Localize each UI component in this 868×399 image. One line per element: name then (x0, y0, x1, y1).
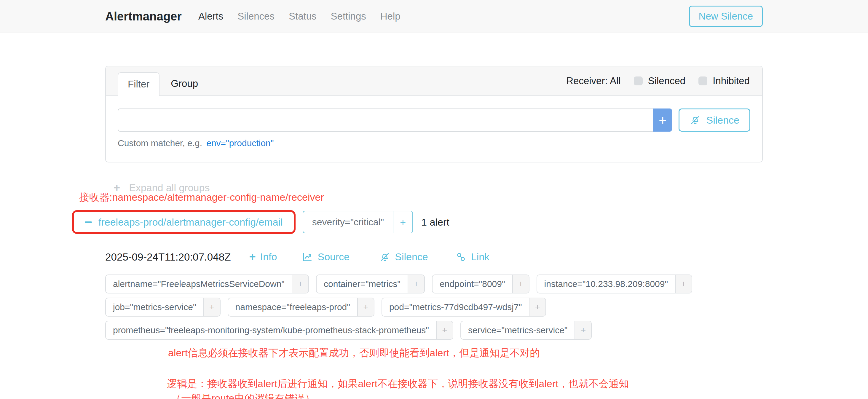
alert-label-text: job="metrics-service" (106, 298, 204, 316)
alert-header-row: 2025-09-24T11:20:07.048Z + Info Source S… (105, 250, 763, 263)
group-key-text: severity="critical" (303, 211, 393, 233)
label-add-filter-button[interactable]: + (512, 275, 529, 293)
label-add-filter-button[interactable]: + (575, 321, 591, 339)
matcher-input[interactable] (118, 109, 653, 132)
alert-label-chip: container="metrics" + (316, 275, 425, 294)
link-icon (455, 251, 467, 263)
label-add-filter-button[interactable]: + (529, 298, 546, 316)
alert-label-chip: alertname="FreeleapsMetricsServiceDown" … (105, 275, 309, 294)
label-add-filter-button[interactable]: + (408, 275, 424, 293)
alert-silence-link[interactable]: Silence (379, 251, 428, 263)
bell-slash-icon (689, 115, 701, 126)
silenced-checkbox-wrap[interactable]: Silenced (634, 75, 686, 87)
app-brand[interactable]: Alertmanager (105, 10, 182, 23)
silenced-checkbox[interactable] (634, 76, 643, 85)
silence-matchers-button[interactable]: Silence (679, 109, 750, 132)
label-add-filter-button[interactable]: + (675, 275, 692, 293)
alert-label-chip: endpoint="8009" + (432, 275, 529, 294)
tab-filter[interactable]: Filter (118, 72, 159, 96)
nav-item-alerts[interactable]: Alerts (198, 11, 223, 22)
main-nav: Alerts Silences Status Settings Help (198, 11, 401, 22)
alert-label-chip: prometheus="freeleaps-monitoring-system/… (105, 321, 453, 340)
tab-group[interactable]: Group (159, 72, 209, 95)
silence-button-label: Silence (706, 115, 739, 126)
bell-slash-icon (379, 251, 391, 263)
alert-label-text: pod="metrics-77d9cdb497-wdsj7" (382, 298, 529, 316)
alert-label-text: namespace="freeleaps-prod" (228, 298, 357, 316)
silence-link-label: Silence (395, 251, 428, 263)
alert-link-link[interactable]: Link (455, 251, 490, 263)
alert-label-chip: pod="metrics-77d9cdb497-wdsj7" + (381, 298, 546, 316)
alert-label-chip: namespace="freeleaps-prod" + (228, 298, 374, 316)
alert-label-text: container="metrics" (317, 275, 408, 293)
alert-labels: alertname="FreeleapsMetricsServiceDown" … (105, 275, 763, 340)
inhibited-checkbox[interactable] (699, 76, 707, 85)
receiver-group-row: freeleaps-prod/alertmanager-config/email… (72, 210, 763, 234)
silenced-checkbox-label: Silenced (648, 75, 686, 87)
alert-label-chip: service="metrics-service" + (460, 321, 592, 340)
matcher-helper: Custom matcher, e.g. env="production" (118, 138, 750, 148)
top-navbar: Alertmanager Alerts Silences Status Sett… (0, 0, 868, 33)
helper-example-link[interactable]: env="production" (206, 138, 274, 148)
annotation-logic-line2: （一般是route中的逻辑有错误） (167, 391, 763, 399)
info-link-label: Info (260, 251, 277, 263)
new-silence-button[interactable]: New Silence (689, 6, 763, 27)
alert-label-chip: instance="10.233.98.209:8009" + (536, 275, 692, 294)
label-add-filter-button[interactable]: + (292, 275, 308, 293)
alert-info-link[interactable]: + Info (249, 250, 277, 263)
group-key-chip: severity="critical" + (303, 211, 413, 233)
alert-source-link[interactable]: Source (302, 251, 349, 263)
annotation-highlight-box: freeleaps-prod/alertmanager-config/email (72, 210, 296, 234)
nav-item-settings[interactable]: Settings (331, 11, 366, 22)
receiver-filter-label[interactable]: Receiver: All (566, 75, 620, 87)
label-add-filter-button[interactable]: + (204, 298, 220, 316)
alert-label-text: prometheus="freeleaps-monitoring-system/… (106, 321, 436, 339)
inhibited-checkbox-label: Inhibited (713, 75, 750, 87)
label-add-filter-button[interactable]: + (436, 321, 453, 339)
helper-text: Custom matcher, e.g. (118, 138, 202, 148)
annotation-logic-line1: 逻辑是：接收器收到alert后进行通知，如果alert不在接收器下，说明接收器没… (167, 376, 763, 391)
annotation-config-note: alert信息必须在接收器下才表示配置成功，否则即使能看到alert，但是通知是… (168, 346, 763, 360)
receiver-group-name: freeleaps-prod/alertmanager-config/email (98, 216, 283, 228)
alert-timestamp: 2025-09-24T11:20:07.048Z (105, 251, 231, 263)
annotation-logic-note: 逻辑是：接收器收到alert后进行通知，如果alert不在接收器下，说明接收器没… (167, 376, 763, 399)
source-link-label: Source (317, 251, 349, 263)
alert-label-text: endpoint="8009" (433, 275, 512, 293)
group-key-add-filter-button[interactable]: + (393, 211, 412, 233)
label-add-filter-button[interactable]: + (357, 298, 374, 316)
nav-item-status[interactable]: Status (289, 11, 317, 22)
alert-label-text: instance="10.233.98.209:8009" (537, 275, 675, 293)
nav-item-silences[interactable]: Silences (238, 11, 275, 22)
receiver-group-button[interactable]: freeleaps-prod/alertmanager-config/email (75, 213, 293, 231)
annotation-receiver-format: 接收器:namespace/altermanager-config-name/r… (79, 191, 763, 204)
inhibited-checkbox-wrap[interactable]: Inhibited (699, 75, 750, 87)
nav-item-help[interactable]: Help (380, 11, 401, 22)
chart-icon (302, 251, 313, 263)
alert-label-text: alertname="FreeleapsMetricsServiceDown" (106, 275, 292, 293)
add-matcher-button[interactable]: + (653, 109, 672, 132)
minus-icon (85, 221, 92, 223)
filter-card: Filter Group Receiver: All Silenced Inhi… (105, 66, 763, 162)
alert-count: 1 alert (421, 216, 450, 228)
link-link-label: Link (471, 251, 490, 263)
alert-label-text: service="metrics-service" (461, 321, 575, 339)
filter-card-body: + Silence Custom matcher, e.g. env="prod… (106, 96, 762, 162)
alert-label-chip: job="metrics-service" + (105, 298, 221, 316)
filter-card-header: Filter Group Receiver: All Silenced Inhi… (106, 66, 762, 96)
plus-icon: + (249, 250, 256, 263)
